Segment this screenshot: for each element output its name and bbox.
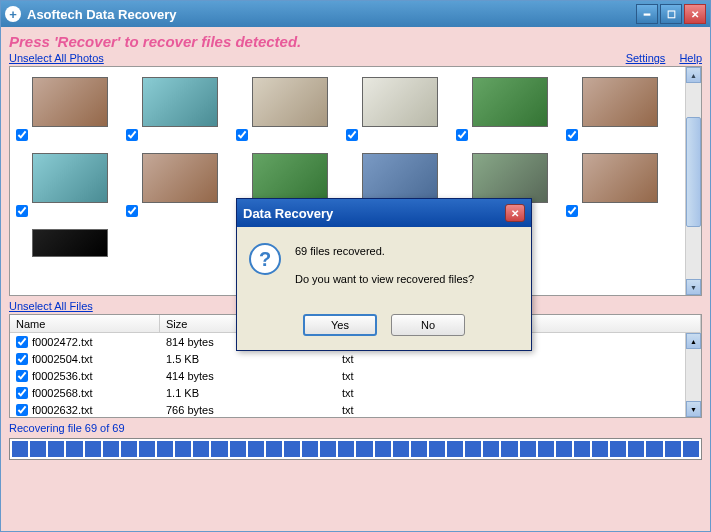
file-extension: txt — [336, 404, 484, 416]
photo-thumbnail — [582, 153, 658, 203]
yes-button[interactable]: Yes — [303, 314, 377, 336]
progress-segment — [520, 441, 536, 457]
photo-item[interactable] — [344, 73, 454, 149]
progress-segment — [66, 441, 82, 457]
photo-thumbnail — [32, 153, 108, 203]
photo-thumbnail — [252, 153, 328, 203]
progress-segment — [320, 441, 336, 457]
scroll-up-icon[interactable]: ▲ — [686, 67, 701, 83]
progress-segment — [592, 441, 608, 457]
dialog-message-line2: Do you want to view recovered files? — [295, 271, 474, 289]
progress-segment — [429, 441, 445, 457]
unselect-photos-link[interactable]: Unselect All Photos — [9, 52, 104, 64]
progress-segment — [139, 441, 155, 457]
photo-checkbox[interactable] — [456, 129, 468, 141]
photo-thumbnail — [472, 153, 548, 203]
photo-item[interactable] — [454, 73, 564, 149]
table-row[interactable]: f0002632.txt766 bytestxt — [10, 401, 701, 417]
progress-segment — [683, 441, 699, 457]
photo-checkbox[interactable] — [346, 129, 358, 141]
file-extension: txt — [336, 353, 484, 365]
progress-segment — [338, 441, 354, 457]
photo-checkbox[interactable] — [126, 205, 138, 217]
progress-segment — [12, 441, 28, 457]
file-checkbox[interactable] — [16, 353, 28, 365]
photo-thumbnail — [362, 153, 438, 203]
table-row[interactable]: f0002504.txt1.5 KBtxt — [10, 350, 701, 367]
photo-item[interactable] — [124, 149, 234, 225]
progress-segment — [248, 441, 264, 457]
file-size: 1.1 KB — [160, 387, 336, 399]
progress-segment — [266, 441, 282, 457]
photo-thumbnail — [472, 77, 548, 127]
photo-item[interactable] — [14, 225, 124, 296]
progress-segment — [193, 441, 209, 457]
progress-segment — [628, 441, 644, 457]
recovery-dialog: Data Recovery ✕ ? 69 files recovered. Do… — [236, 198, 532, 351]
progress-segment — [157, 441, 173, 457]
minimize-button[interactable]: ━ — [636, 4, 658, 24]
file-scrollbar[interactable]: ▲ ▼ — [685, 333, 701, 417]
file-checkbox[interactable] — [16, 404, 28, 416]
dialog-close-button[interactable]: ✕ — [505, 204, 525, 222]
progress-segment — [501, 441, 517, 457]
unselect-files-link[interactable]: Unselect All Files — [9, 300, 93, 312]
table-row[interactable]: f0002568.txt1.1 KBtxt — [10, 384, 701, 401]
scroll-down-icon[interactable]: ▼ — [686, 279, 701, 295]
file-name: f0002472.txt — [32, 336, 93, 348]
photo-item[interactable] — [14, 73, 124, 149]
help-link[interactable]: Help — [679, 52, 702, 64]
file-checkbox[interactable] — [16, 370, 28, 382]
close-button[interactable]: ✕ — [684, 4, 706, 24]
photo-checkbox[interactable] — [566, 205, 578, 217]
scroll-up-icon[interactable]: ▲ — [686, 333, 701, 349]
progress-bar — [9, 438, 702, 460]
status-text: Recovering file 69 of 69 — [9, 422, 702, 434]
photo-item[interactable] — [124, 73, 234, 149]
dialog-titlebar: Data Recovery ✕ — [237, 199, 531, 227]
file-size: 766 bytes — [160, 404, 336, 416]
progress-segment — [356, 441, 372, 457]
progress-segment — [175, 441, 191, 457]
photo-checkbox[interactable] — [126, 129, 138, 141]
file-extension: txt — [336, 387, 484, 399]
progress-segment — [103, 441, 119, 457]
progress-segment — [447, 441, 463, 457]
maximize-button[interactable]: ☐ — [660, 4, 682, 24]
file-size: 414 bytes — [160, 370, 336, 382]
file-checkbox[interactable] — [16, 336, 28, 348]
progress-segment — [574, 441, 590, 457]
scroll-thumb[interactable] — [686, 117, 701, 227]
photo-item[interactable] — [564, 149, 674, 225]
progress-segment — [302, 441, 318, 457]
photo-thumbnail — [252, 77, 328, 127]
dialog-text: 69 files recovered. Do you want to view … — [295, 243, 474, 298]
photo-checkbox[interactable] — [16, 129, 28, 141]
question-icon: ? — [249, 243, 281, 275]
file-name: f0002536.txt — [32, 370, 93, 382]
file-checkbox[interactable] — [16, 387, 28, 399]
progress-segment — [483, 441, 499, 457]
photo-thumbnail — [582, 77, 658, 127]
photo-item[interactable] — [564, 73, 674, 149]
photo-checkbox[interactable] — [566, 129, 578, 141]
no-button[interactable]: No — [391, 314, 465, 336]
file-name: f0002568.txt — [32, 387, 93, 399]
photo-checkbox[interactable] — [236, 129, 248, 141]
photo-scrollbar[interactable]: ▲ ▼ — [685, 67, 701, 295]
progress-segment — [411, 441, 427, 457]
photo-thumbnail — [32, 229, 108, 257]
column-header-name[interactable]: Name — [10, 315, 160, 332]
instruction-text: Press 'Recover' to recover files detecte… — [9, 33, 702, 50]
progress-segment — [85, 441, 101, 457]
progress-segment — [393, 441, 409, 457]
photo-item[interactable] — [234, 73, 344, 149]
scroll-down-icon[interactable]: ▼ — [686, 401, 701, 417]
table-row[interactable]: f0002536.txt414 bytestxt — [10, 367, 701, 384]
progress-segment — [121, 441, 137, 457]
progress-segment — [610, 441, 626, 457]
photo-checkbox[interactable] — [16, 205, 28, 217]
settings-link[interactable]: Settings — [626, 52, 666, 64]
photo-item[interactable] — [14, 149, 124, 225]
progress-segment — [538, 441, 554, 457]
